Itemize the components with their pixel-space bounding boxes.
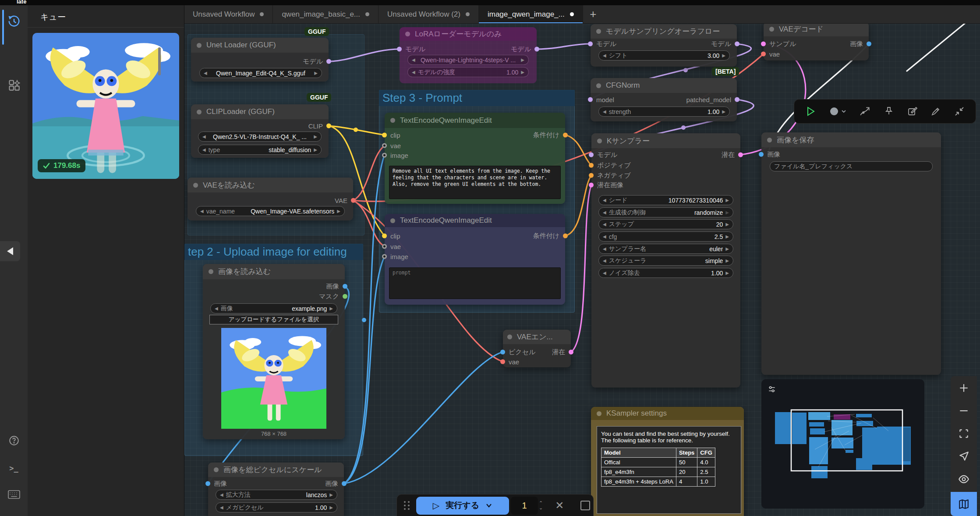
left-arrow-icon[interactable]: ◀ — [215, 306, 218, 311]
node-header[interactable]: KSampler settings — [591, 407, 744, 420]
collapse-dot-icon[interactable] — [596, 83, 601, 88]
right-arrow-icon[interactable]: ▶ — [314, 71, 318, 75]
tab-image-qwen-image[interactable]: image_qwen_image_... — [479, 5, 583, 23]
chevron-up-icon[interactable]: ⌃ — [539, 501, 543, 505]
node-vae-decode[interactable]: VAEデコード サンプル vae 画像 — [764, 22, 869, 60]
port-dot[interactable] — [563, 234, 568, 238]
right-arrow-icon[interactable]: ▶ — [725, 198, 729, 203]
zoom-out-button[interactable] — [951, 405, 977, 416]
steps-widget[interactable]: ◀ステップ20▶ — [598, 219, 733, 229]
port-dot[interactable] — [735, 42, 739, 46]
output-port-vae[interactable]: VAE — [335, 197, 356, 204]
port-dot[interactable] — [589, 183, 594, 188]
collapse-sidebar-button[interactable] — [0, 241, 20, 261]
output-port-image[interactable]: 画像 — [326, 282, 347, 291]
input-port-clip[interactable]: clip — [382, 232, 400, 240]
port-dot[interactable] — [343, 294, 347, 299]
zoom-in-button[interactable] — [951, 382, 977, 394]
drag-handle[interactable] — [404, 501, 410, 510]
port-dot[interactable] — [382, 153, 387, 158]
denoise-widget[interactable]: ◀ノイズ除去1.00▶ — [598, 268, 733, 278]
node-vae-loader[interactable]: VAEを読み込む VAE ◀vae_nameQwen_Image-VAE.saf… — [188, 178, 353, 221]
port-dot[interactable] — [342, 481, 347, 486]
node-header[interactable]: 画像を保存 — [761, 132, 941, 147]
color-picker-button[interactable] — [829, 106, 846, 117]
left-arrow-icon[interactable]: ◀ — [603, 235, 606, 239]
left-arrow-icon[interactable]: ◀ — [220, 505, 223, 510]
help-button[interactable] — [0, 435, 28, 446]
link-style-icon[interactable] — [859, 106, 870, 117]
output-port-patched-model[interactable]: patched_model — [686, 96, 739, 103]
toggle-minimap-button[interactable] — [951, 492, 977, 516]
input-port-model[interactable]: モデル — [589, 151, 617, 159]
left-arrow-icon[interactable]: ◀ — [603, 53, 606, 58]
filename-prefix-widget[interactable]: ファイル名_プレフィックス — [770, 161, 933, 171]
output-port-latent[interactable]: 潜在 — [722, 151, 743, 159]
port-dot[interactable] — [500, 359, 505, 364]
upload-file-button[interactable]: アップロードするファイルを選択 — [209, 315, 338, 324]
node-header[interactable]: 画像を総ピクセルにスケール — [208, 463, 344, 477]
panel-scrollbar[interactable] — [158, 47, 161, 75]
collapse-dot-icon[interactable] — [597, 411, 601, 416]
node-header[interactable]: モデルサンプリングオーラフロー — [591, 24, 737, 39]
shift-widget[interactable]: ◀シフト3.00▶ — [598, 50, 730, 60]
node-clip-loader[interactable]: CLIPLoader (GGUF) CLIP ◀Qwen2.5-VL-7B-In… — [191, 104, 329, 158]
queue-result-thumbnail[interactable] — [32, 33, 179, 179]
left-arrow-icon[interactable]: ◀ — [204, 71, 207, 75]
new-tab-button[interactable]: + — [583, 5, 603, 23]
chevron-down-icon[interactable]: ⌄ — [539, 506, 543, 510]
port-dot[interactable] — [397, 47, 402, 52]
left-arrow-icon[interactable]: ◀ — [603, 110, 606, 114]
node-header[interactable]: VAEデコード — [764, 22, 869, 36]
sampler-name-widget[interactable]: ◀サンプラー名euler▶ — [598, 244, 733, 254]
output-port-conditioning[interactable]: 条件付け — [533, 232, 568, 240]
control-after-generate-widget[interactable]: ◀生成後の制御randomize▶ — [598, 207, 733, 217]
collapse-dot-icon[interactable] — [507, 335, 512, 339]
count-stepper[interactable]: ⌃⌄ — [539, 501, 543, 510]
output-port-image[interactable]: 画像 — [850, 40, 871, 48]
terminal-button[interactable]: >_ — [0, 464, 28, 473]
node-header[interactable]: VAEを読み込む — [188, 178, 353, 192]
collapse-dot-icon[interactable] — [390, 218, 395, 223]
pencil-icon[interactable] — [930, 106, 941, 117]
left-arrow-icon[interactable]: ◀ — [412, 70, 415, 75]
input-port-model[interactable]: model — [588, 96, 614, 103]
node-header[interactable]: VAEエン... — [503, 330, 571, 344]
output-port-clip[interactable]: CLIP — [308, 122, 331, 130]
input-port-clip[interactable]: clip — [382, 132, 400, 139]
port-dot[interactable] — [382, 133, 387, 138]
left-arrow-icon[interactable]: ◀ — [202, 135, 206, 139]
output-port-conditioning[interactable]: 条件付け — [533, 131, 568, 139]
node-cfg-norm[interactable]: CFGNorm model patched_model ◀strength1.0… — [591, 78, 737, 121]
node-load-image[interactable]: 画像を読み込む 画像 マスク ◀画像example.png▶ アップロードするフ… — [203, 264, 345, 439]
node-header[interactable]: CLIPLoader (GGUF) — [191, 104, 329, 119]
input-port-model[interactable]: モデル — [588, 40, 616, 48]
node-header[interactable]: 画像を読み込む — [203, 264, 345, 279]
batch-count-input[interactable]: 1 — [511, 497, 538, 515]
group-step2-header[interactable]: tep 2 - Upload image for editing — [184, 244, 363, 260]
run-button[interactable]: ▷ 実行する — [416, 497, 509, 515]
node-header[interactable]: Kサンプラー — [591, 133, 740, 148]
left-arrow-icon[interactable]: ◀ — [603, 247, 606, 251]
input-port-vae[interactable]: vae — [382, 142, 401, 149]
right-arrow-icon[interactable]: ▶ — [314, 148, 317, 152]
node-header[interactable]: Unet Loader (GGUF) — [191, 38, 329, 53]
port-dot[interactable] — [867, 42, 871, 46]
output-port-latent[interactable]: 潜在 — [552, 348, 573, 356]
node-unet-loader[interactable]: Unet Loader (GGUF) モデル ◀Qwen_Image_Edit-… — [191, 38, 329, 82]
input-port-negative[interactable]: ネガティブ — [589, 171, 631, 180]
input-port-vae[interactable]: vae — [761, 50, 780, 58]
input-port-image[interactable]: image — [382, 152, 408, 159]
collapse-dot-icon[interactable] — [597, 139, 602, 143]
left-arrow-icon[interactable]: ◀ — [220, 493, 223, 497]
port-dot[interactable] — [563, 133, 568, 138]
port-dot[interactable] — [500, 350, 505, 355]
right-arrow-icon[interactable]: ▶ — [722, 53, 725, 58]
port-dot[interactable] — [382, 234, 387, 238]
seed-widget[interactable]: ◀シード1077376273310046▶ — [598, 195, 733, 205]
port-dot[interactable] — [589, 153, 594, 157]
port-dot[interactable] — [735, 97, 739, 102]
image-file-widget[interactable]: ◀画像example.png▶ — [210, 303, 337, 313]
left-arrow-icon[interactable]: ◀ — [603, 222, 606, 227]
port-dot[interactable] — [588, 97, 593, 102]
